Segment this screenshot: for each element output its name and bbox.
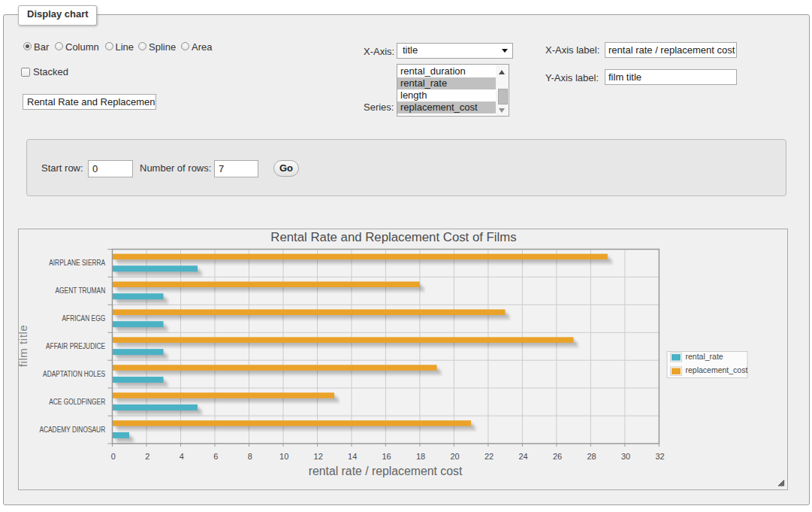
- svg-text:ACE GOLDFINGER: ACE GOLDFINGER: [49, 398, 105, 406]
- svg-text:ACADEMY DINOSAUR: ACADEMY DINOSAUR: [39, 426, 105, 434]
- svg-text:6: 6: [213, 452, 218, 461]
- svg-text:24: 24: [518, 452, 527, 461]
- svg-text:4: 4: [180, 452, 184, 461]
- svg-text:14: 14: [348, 452, 357, 461]
- svg-text:20: 20: [450, 452, 459, 461]
- svg-text:10: 10: [279, 452, 288, 461]
- svg-text:16: 16: [382, 452, 391, 461]
- svg-text:film title: film title: [19, 325, 29, 367]
- svg-text:28: 28: [587, 452, 596, 461]
- svg-text:AIRPLANE SIERRA: AIRPLANE SIERRA: [49, 259, 105, 267]
- svg-text:rental rate / replacement cost: rental rate / replacement cost: [309, 465, 463, 477]
- svg-text:22: 22: [484, 452, 494, 461]
- svg-text:Rental Rate and Replacement Co: Rental Rate and Replacement Cost of Film…: [270, 230, 516, 244]
- svg-text:32: 32: [655, 452, 664, 461]
- svg-text:2: 2: [145, 452, 149, 461]
- svg-text:AFFAIR PREJUDICE: AFFAIR PREJUDICE: [46, 342, 105, 350]
- svg-text:26: 26: [553, 452, 562, 461]
- svg-text:replacement_cost: replacement_cost: [686, 365, 748, 374]
- svg-text:AFRICAN EGG: AFRICAN EGG: [62, 314, 106, 323]
- svg-text:AGENT TRUMAN: AGENT TRUMAN: [56, 286, 106, 295]
- svg-text:18: 18: [416, 452, 425, 461]
- svg-text:30: 30: [621, 452, 630, 461]
- svg-text:rental_rate: rental_rate: [686, 352, 723, 361]
- svg-text:8: 8: [248, 452, 252, 461]
- svg-text:0: 0: [111, 452, 116, 461]
- svg-text:ADAPTATION HOLES: ADAPTATION HOLES: [43, 370, 105, 378]
- svg-text:12: 12: [314, 452, 323, 461]
